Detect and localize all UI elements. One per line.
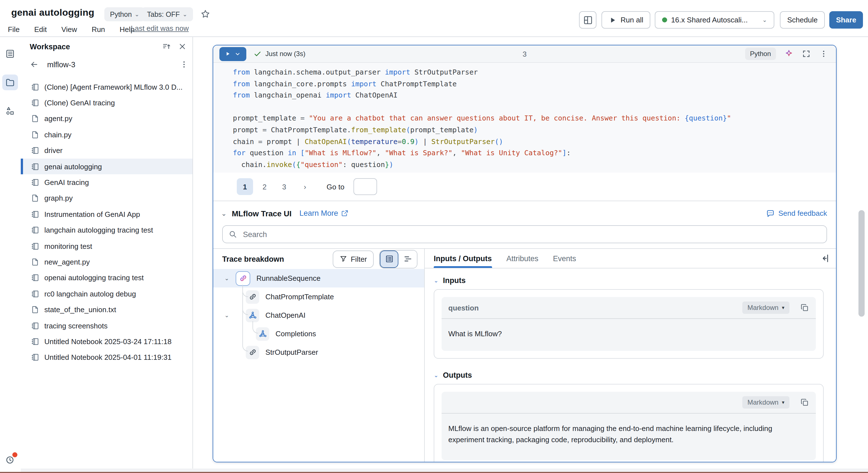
sidebar-file-item[interactable]: (Clone) GenAI tracing: [21, 95, 192, 111]
trace-search-box[interactable]: [222, 225, 827, 243]
trace-search-row: [213, 225, 836, 249]
input-value: What is MLflow?: [441, 319, 816, 351]
layout-grid-icon: [583, 15, 593, 25]
cell-kebab-icon[interactable]: [819, 49, 828, 58]
trace-detail-panel: Inputs / OutputsAttributesEvents ⌄ Input…: [425, 249, 836, 462]
tabs-toggle[interactable]: Tabs: OFF⌄: [142, 7, 193, 21]
send-feedback-link[interactable]: Send feedback: [766, 209, 827, 218]
schedule-button[interactable]: Schedule: [780, 11, 825, 29]
close-icon[interactable]: [178, 42, 187, 51]
sidebar-file-item[interactable]: tracing screenshots: [21, 318, 192, 334]
menu-item-run[interactable]: Run: [92, 25, 105, 33]
toc-icon: [5, 49, 15, 59]
fullscreen-icon[interactable]: [802, 49, 811, 58]
view-layout-button[interactable]: [579, 11, 596, 29]
collapse-panel-icon[interactable]: [819, 253, 829, 263]
notebook-language-selector[interactable]: Python⌄: [104, 7, 145, 21]
sidebar-file-item[interactable]: new_agent.py: [21, 254, 192, 270]
next-page-button[interactable]: ›: [297, 178, 313, 195]
expand-chevron-icon[interactable]: ⌄: [224, 312, 229, 318]
copy-icon[interactable]: [800, 303, 809, 312]
sidebar-file-item[interactable]: chain.py: [21, 127, 192, 143]
sidebar-file-item[interactable]: (Clone) [Agent Framework] MLflow 3.0 D..…: [21, 79, 192, 95]
sidebar-file-item[interactable]: Untitled Notebook 2025-03-24 17:11:18: [21, 334, 192, 350]
sidebar-file-item[interactable]: agent.py: [21, 111, 192, 127]
table-of-contents-button[interactable]: [2, 46, 18, 62]
file-icon: [31, 114, 39, 123]
tab-events[interactable]: Events: [553, 255, 576, 268]
page-button-2[interactable]: 2: [256, 178, 273, 195]
search-input[interactable]: [242, 230, 821, 239]
share-label: Share: [836, 16, 856, 24]
chevron-down-icon: ▾: [782, 305, 784, 310]
sidebar-file-item[interactable]: graph.py: [21, 190, 192, 206]
file-name: GenAI tracing: [44, 178, 93, 187]
format-label: Markdown: [747, 304, 778, 312]
sidebar-file-item[interactable]: langchain autologging tracing test: [21, 222, 192, 238]
outputs-inner: Markdown ▾ MLflow is an open-source plat…: [441, 392, 816, 460]
back-arrow-icon[interactable]: [30, 60, 39, 69]
code-line: chain = prompt | ChatOpenAI(temperature=…: [233, 136, 836, 147]
sidebar-file-item[interactable]: openai autologging tracing test: [21, 270, 192, 286]
goto-page-input[interactable]: [353, 178, 377, 195]
sidebar-file-item[interactable]: Instrumentation of GenAI App: [21, 206, 192, 222]
last-edit-link[interactable]: Last edit was now: [131, 24, 189, 33]
sidebar-file-item[interactable]: state_of_the_union.txt: [21, 302, 192, 318]
version-history-button[interactable]: [2, 452, 18, 467]
expand-chevron-icon[interactable]: ⌄: [224, 275, 229, 281]
timeline-view-button[interactable]: [398, 250, 417, 268]
file-icon: [31, 194, 39, 203]
span-name: RunnableSequence: [256, 274, 320, 282]
result-pagination: 123 › Go to: [213, 173, 836, 201]
file-icon: [31, 305, 39, 314]
sidebar-file-item[interactable]: rc0 langchain autolog debug: [21, 286, 192, 302]
format-selector[interactable]: Markdown ▾: [742, 302, 789, 314]
sort-icon[interactable]: [162, 42, 171, 51]
copy-icon[interactable]: [800, 398, 809, 407]
filter-label: Filter: [351, 255, 367, 263]
file-name: rc0 langchain autolog debug: [44, 290, 141, 298]
cell-language-badge[interactable]: Python: [745, 47, 776, 60]
experiments-button[interactable]: [2, 103, 18, 119]
list-view-button[interactable]: [380, 250, 398, 268]
code-editor[interactable]: from langchain.schema.output_parser impo…: [213, 63, 836, 173]
assistant-sparkle-icon[interactable]: [784, 49, 794, 58]
format-selector[interactable]: Markdown ▾: [742, 396, 789, 409]
tab-inputs---outputs[interactable]: Inputs / Outputs: [434, 255, 492, 268]
current-folder-label[interactable]: mlflow-3: [47, 61, 75, 69]
folder-menu-icon[interactable]: [180, 60, 188, 69]
sidebar-file-item[interactable]: genai autologging: [21, 159, 192, 175]
list-view-icon: [384, 255, 394, 263]
inputs-title: Inputs: [443, 276, 466, 285]
chevron-down-icon: ⌄: [434, 278, 438, 283]
notebook-title[interactable]: genai autologging: [11, 7, 94, 19]
tab-attributes[interactable]: Attributes: [506, 255, 538, 268]
page-button-1[interactable]: 1: [237, 178, 253, 195]
page-button-3[interactable]: 3: [276, 178, 292, 195]
run-all-button[interactable]: Run all: [601, 11, 651, 29]
window-scrollbar-thumb[interactable]: [859, 210, 865, 317]
workspace-folder-button[interactable]: [2, 74, 18, 90]
menu-item-edit[interactable]: Edit: [34, 25, 47, 33]
external-link-icon: [341, 210, 348, 217]
sidebar-file-item[interactable]: Untitled Notebook 2025-04-01 11:19:31: [21, 349, 192, 365]
menu-item-view[interactable]: View: [61, 25, 77, 33]
favorite-star-icon[interactable]: [200, 9, 210, 19]
chevron-down-icon: ⌄: [762, 17, 767, 23]
sidebar-file-item[interactable]: monitoring test: [21, 238, 192, 254]
inputs-section-header[interactable]: ⌄ Inputs: [434, 276, 836, 285]
sidebar-file-item[interactable]: driver: [21, 143, 192, 159]
outputs-section-header[interactable]: ⌄ Outputs: [434, 371, 836, 379]
share-button[interactable]: Share: [829, 11, 863, 29]
filter-button[interactable]: Filter: [333, 250, 374, 268]
learn-more-link[interactable]: Learn More: [299, 209, 348, 217]
menu-item-file[interactable]: File: [8, 25, 20, 33]
collapse-chevron-icon[interactable]: ⌄: [221, 210, 227, 216]
sidebar-file-item[interactable]: GenAI tracing: [21, 175, 192, 191]
model-icon: [248, 311, 257, 319]
trace-tree-panel: Trace breakdown Filter ⌄RunnableSequence…: [213, 249, 425, 462]
cluster-selector[interactable]: 16.x Shared Autoscali... ⌄: [655, 11, 774, 29]
input-field-name: question: [448, 303, 478, 312]
funnel-icon: [339, 255, 347, 263]
notebook-icon: [31, 242, 39, 250]
